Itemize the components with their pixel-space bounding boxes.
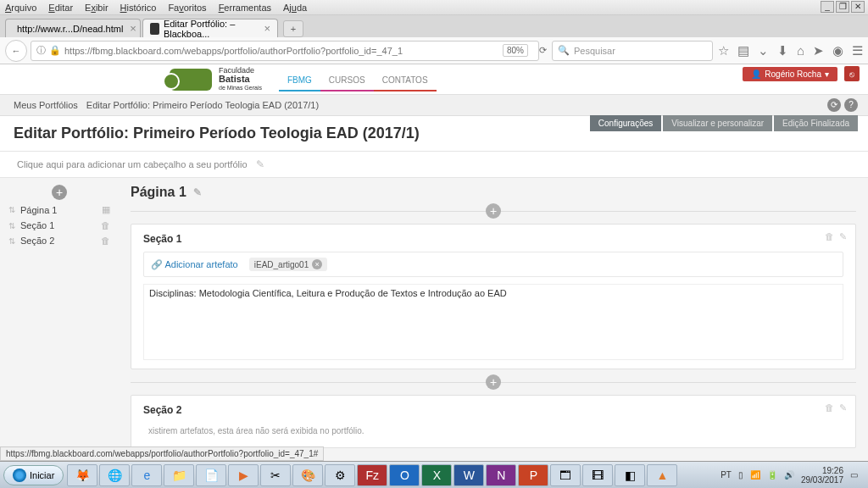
windows-taskbar: Iniciar 🦊 🌐 e 📁 📄 ▶ ✂ 🎨 ⚙ Fz O X W N P 🗔… [0, 461, 868, 488]
nav-fbmg[interactable]: FBMG [279, 67, 320, 92]
new-tab-button[interactable]: + [283, 20, 303, 37]
tray-clock[interactable]: 19:26 29/03/2017 [801, 466, 843, 485]
nav-contatos[interactable]: CONTATOS [374, 67, 437, 92]
taskbar-chrome-icon[interactable]: 🌐 [99, 464, 130, 486]
tab-title: http://www.r...D/nead.html [17, 24, 123, 34]
add-section-button[interactable]: + [486, 203, 501, 219]
taskbar-vlc-icon[interactable]: ▲ [647, 464, 677, 486]
tab-configuracoes[interactable]: Configurações [590, 115, 661, 131]
edit-section-icon[interactable]: ✎ [839, 402, 847, 413]
user-menu-button[interactable]: 👤 Rogério Rocha ▾ [743, 67, 837, 81]
delete-icon[interactable]: 🗑 [101, 236, 110, 246]
bookmark-star-icon[interactable]: ☆ [718, 43, 729, 58]
taskbar-word-icon[interactable]: W [453, 464, 484, 486]
logout-icon[interactable]: ⎋ [844, 66, 860, 81]
add-artifact-link[interactable]: 🔗 Adicionar artefato [151, 259, 238, 269]
breadcrumb: Meus Portfólios Editar Portfólio: Primei… [0, 95, 868, 116]
sidebar-item-section[interactable]: ⇅ Seção 1 🗑 [5, 218, 114, 233]
taskbar-filezilla-icon[interactable]: Fz [357, 464, 387, 486]
sync-status-icon[interactable]: ⟳ [827, 98, 841, 112]
reader-icon[interactable]: ▤ [737, 43, 749, 58]
taskbar-app2-icon[interactable]: ◧ [615, 464, 645, 486]
taskbar-powerpoint-icon[interactable]: P [518, 464, 548, 486]
sidebar-item-label: Seção 1 [20, 220, 101, 230]
taskbar-firefox-icon[interactable]: 🦊 [67, 464, 97, 486]
taskbar-outlook-icon[interactable]: O [389, 464, 420, 486]
refresh-button[interactable]: ⟳ [539, 45, 547, 56]
url-field[interactable]: ⓘ 🔒 https://fbmg.blackboard.com/webapps/… [31, 41, 539, 61]
menu-ajuda[interactable]: Ajuda [283, 3, 307, 13]
taskbar-ie-icon[interactable]: e [131, 464, 162, 486]
tab-close-button[interactable]: × [264, 22, 270, 35]
taskbar-media-icon[interactable]: ▶ [228, 464, 259, 486]
taskbar-snip-icon[interactable]: ✂ [260, 464, 291, 486]
pocket-icon[interactable]: ⌄ [758, 43, 769, 58]
menu-ferramentas[interactable]: Ferramentas [219, 3, 271, 13]
breadcrumb-root[interactable]: Meus Portfólios [14, 100, 78, 110]
tab-visualizar[interactable]: Visualizar e personalizar [663, 115, 772, 131]
drag-handle-icon[interactable]: ⇅ [8, 205, 15, 214]
menu-exibir[interactable]: Exibir [85, 3, 108, 13]
info-icon[interactable]: ⓘ [36, 44, 46, 57]
taskbar-onenote-icon[interactable]: N [486, 464, 516, 486]
window-restore-button[interactable]: ❐ [836, 1, 849, 13]
section-title: Seção 1 [143, 233, 843, 245]
window-minimize-button[interactable]: _ [821, 1, 834, 13]
tray-show-desktop[interactable]: ▭ [850, 470, 858, 480]
send-icon[interactable]: ➤ [813, 43, 824, 58]
delete-section-icon[interactable]: 🗑 [825, 231, 834, 242]
tray-lang[interactable]: PT [721, 470, 732, 480]
browser-tab-1[interactable]: http://www.r...D/nead.html × [5, 19, 141, 37]
page-settings-icon[interactable]: ▦ [102, 204, 110, 215]
browser-status-bar: https://fbmg.blackboard.com/webapps/port… [0, 446, 324, 461]
tray-battery-icon[interactable]: 🔋 [767, 470, 777, 480]
window-close-button[interactable]: ✕ [851, 1, 865, 13]
downloads-icon[interactable]: ⬇ [777, 43, 788, 58]
brand-logo[interactable] [170, 69, 212, 91]
tray-volume-icon[interactable]: 🔊 [784, 470, 794, 480]
home-icon[interactable]: ⌂ [797, 43, 804, 58]
artifact-chip[interactable]: iEAD_artigo01 × [249, 258, 327, 271]
browser-tab-2[interactable]: Editar Portfólio: – Blackboa... × [142, 19, 278, 37]
help-icon[interactable]: ? [844, 98, 858, 112]
taskbar-control-icon[interactable]: ⚙ [325, 464, 355, 486]
drag-handle-icon[interactable]: ⇅ [8, 236, 15, 246]
add-page-button[interactable]: + [52, 185, 67, 200]
taskbar-paint-icon[interactable]: 🎨 [292, 464, 323, 486]
header-edit-bar[interactable]: Clique aqui para adicionar um cabeçalho … [0, 152, 868, 178]
menu-editar[interactable]: Editar [48, 3, 73, 13]
taskbar-app-icon[interactable]: 🗔 [550, 464, 581, 486]
delete-icon[interactable]: 🗑 [101, 220, 110, 230]
back-button[interactable]: ← [5, 40, 27, 62]
menu-arquivo[interactable]: AArquivorquivo [5, 3, 36, 13]
pencil-icon[interactable]: ✎ [256, 158, 264, 170]
remove-artifact-icon[interactable]: × [312, 259, 322, 269]
drag-handle-icon[interactable]: ⇅ [8, 221, 15, 230]
sidebar-item-page[interactable]: ⇅ Página 1 ▦ [5, 202, 114, 218]
taskbar-explorer-icon[interactable]: 📁 [164, 464, 194, 486]
search-field[interactable]: 🔍 Pesquisar [552, 41, 713, 61]
zoom-indicator[interactable]: 80% [503, 44, 528, 57]
menu-historico[interactable]: Histórico [120, 3, 157, 13]
tray-network-icon[interactable]: 📶 [750, 470, 760, 480]
taskbar-excel-icon[interactable]: X [421, 464, 452, 486]
tray-flag-icon[interactable]: ▯ [738, 470, 743, 480]
edit-section-icon[interactable]: ✎ [839, 231, 847, 242]
start-button[interactable]: Iniciar [3, 465, 64, 485]
site-nav: FBMG CURSOS CONTATOS [279, 67, 437, 92]
taskbar-libre-icon[interactable]: 📄 [196, 464, 226, 486]
add-section-button[interactable]: + [486, 374, 501, 390]
tab-edicao-finalizada[interactable]: Edição Finalizada [774, 115, 858, 131]
delete-section-icon[interactable]: 🗑 [825, 402, 834, 413]
nav-cursos[interactable]: CURSOS [320, 67, 374, 92]
hamburger-menu-icon[interactable]: ☰ [852, 43, 863, 58]
pencil-icon[interactable]: ✎ [193, 186, 202, 198]
taskbar-video-icon[interactable]: 🎞 [582, 464, 613, 486]
sidebar-item-section[interactable]: ⇅ Seção 2 🗑 [5, 233, 114, 248]
section-title: Seção 2 [143, 404, 843, 416]
section-body[interactable]: Disciplinas: Metodologia Científica, Lei… [143, 284, 843, 360]
menu-favoritos[interactable]: Favoritos [168, 3, 206, 13]
sync-icon[interactable]: ◉ [832, 43, 843, 58]
tray-date: 29/03/2017 [801, 475, 843, 485]
tab-close-button[interactable]: × [130, 22, 136, 35]
